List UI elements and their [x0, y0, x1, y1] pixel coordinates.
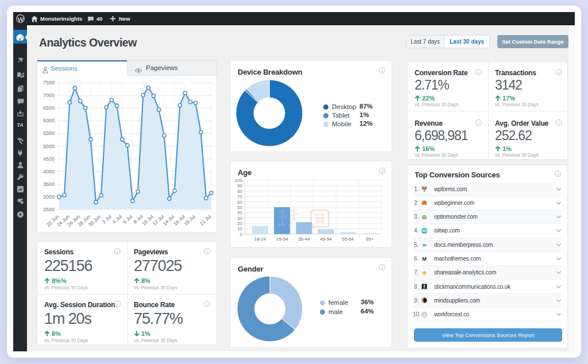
svg-text:10: 10: [237, 226, 242, 231]
svg-text:7000: 7000: [43, 92, 55, 98]
svg-text:M: M: [422, 256, 426, 262]
svg-text:10 Jul: 10 Jul: [141, 214, 154, 227]
svg-text:50: 50: [237, 205, 242, 210]
svg-text:14 Jul: 14 Jul: [162, 214, 176, 227]
svg-text:6500: 6500: [43, 105, 55, 111]
svg-text:70: 70: [237, 194, 242, 199]
svg-text:65+: 65+: [366, 237, 374, 242]
svg-text:25-34: 25-34: [276, 237, 288, 242]
svg-text:6 Jul: 6 Jul: [122, 214, 133, 225]
svg-text:90: 90: [237, 183, 242, 188]
svg-text:12 Jul: 12 Jul: [152, 214, 165, 227]
svg-text:0: 0: [240, 232, 243, 237]
svg-text:5500: 5500: [43, 130, 55, 136]
svg-text:60: 60: [237, 200, 242, 205]
svg-text:16 Jul: 16 Jul: [172, 214, 186, 227]
svg-text:2 Jul: 2 Jul: [101, 214, 113, 225]
svg-text:35-44: 35-44: [298, 237, 310, 242]
svg-text:4000: 4000: [43, 169, 55, 175]
svg-text:2500: 2500: [43, 207, 55, 212]
svg-text:55-64: 55-64: [342, 237, 354, 242]
svg-text:WP: WP: [423, 230, 427, 233]
svg-text:100: 100: [235, 178, 243, 183]
svg-text:3500: 3500: [43, 181, 55, 187]
svg-text:6000: 6000: [43, 118, 55, 123]
svg-text:4500: 4500: [43, 156, 55, 162]
svg-text:40: 40: [237, 210, 242, 215]
svg-text:30: 30: [237, 216, 242, 221]
svg-text:20: 20: [237, 221, 242, 226]
svg-text:3000: 3000: [43, 194, 55, 200]
svg-text:m: m: [423, 242, 427, 247]
svg-text:80: 80: [237, 189, 242, 194]
svg-text:7500: 7500: [43, 80, 55, 86]
svg-text:5000: 5000: [43, 144, 55, 149]
svg-text:18 Jul: 18 Jul: [183, 214, 196, 227]
svg-text:4 Jul: 4 Jul: [111, 214, 123, 225]
svg-text:30 Jun: 30 Jun: [87, 214, 102, 228]
svg-text:45-54: 45-54: [320, 237, 332, 242]
svg-text:21 Jul: 21 Jul: [199, 214, 212, 227]
svg-text:18-24: 18-24: [254, 237, 266, 242]
